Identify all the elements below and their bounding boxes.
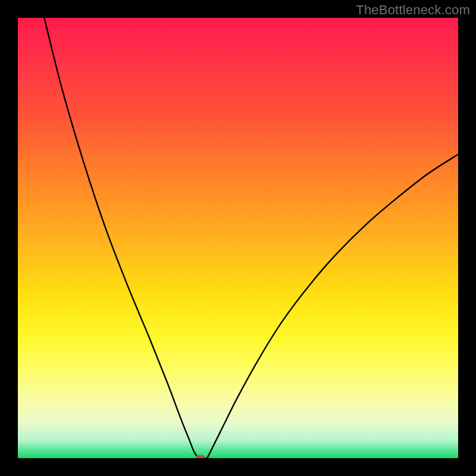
chart-frame: TheBottleneck.com [0,0,476,476]
minimum-marker [196,455,205,458]
watermark-text: TheBottleneck.com [356,2,470,18]
plot-area [18,18,458,458]
bottleneck-curve [18,18,458,458]
